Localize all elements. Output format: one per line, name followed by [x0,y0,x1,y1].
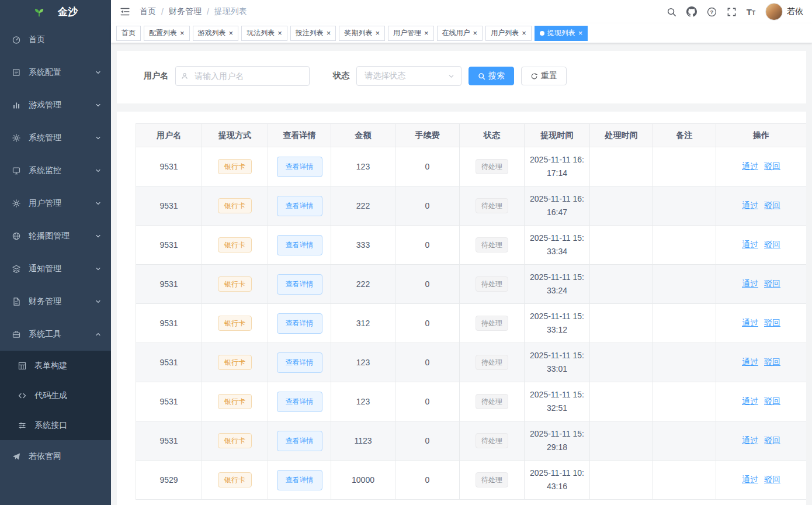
view-detail-button[interactable]: 查看详情 [277,313,322,334]
close-icon[interactable]: × [180,29,185,37]
view-detail-button[interactable]: 查看详情 [277,431,322,451]
approve-link[interactable]: 通过 [742,357,758,366]
view-detail-button[interactable]: 查看详情 [277,157,322,177]
method-tag: 银行卡 [218,276,252,292]
close-icon[interactable]: × [473,29,478,37]
cell-withdraw-time: 2025-11-11 15:33:34 [525,226,590,265]
form-builder-icon [18,361,27,371]
sidebar-item-notice-management[interactable]: 通知管理 [0,252,111,285]
font-size-icon[interactable]: TT [747,7,755,17]
tab-home[interactable]: 首页 [116,26,141,41]
approve-link[interactable]: 通过 [742,200,758,210]
sidebar-item-home[interactable]: 首页 [0,23,111,56]
cell-method: 银行卡 [202,421,268,461]
approve-link[interactable]: 通过 [742,318,758,327]
cell-fee: 0 [395,147,460,186]
reject-link[interactable]: 驳回 [764,357,780,366]
cell-amount: 312 [331,304,395,343]
user-menu[interactable]: 若依 [765,3,803,20]
tab-online-users[interactable]: 在线用户× [437,26,483,41]
reject-link[interactable]: 驳回 [764,161,780,171]
view-detail-button[interactable]: 查看详情 [277,235,322,255]
tab-label: 首页 [122,28,136,38]
tab-user-management[interactable]: 用户管理× [388,26,434,41]
sidebar-subitem-form-builder[interactable]: 表单构建 [0,351,111,381]
status-select[interactable]: 请选择状态 [356,66,461,86]
github-icon[interactable] [686,6,697,17]
approve-link[interactable]: 通过 [742,396,758,406]
withdraw-table-card: 用户名 提现方式 查看详情 金额 手续费 状态 提现时间 处理时间 备注 操作 [117,112,806,505]
status-tag: 待处理 [476,433,508,448]
tab-play-list[interactable]: 玩法列表× [241,26,287,41]
reject-link[interactable]: 驳回 [764,279,780,288]
tab-withdraw-list[interactable]: 提现列表× [535,26,588,41]
status-tag: 待处理 [476,394,508,409]
sidebar-item-system-management[interactable]: 系统管理 [0,122,111,154]
reset-button[interactable]: 重置 [521,67,567,85]
close-icon[interactable]: × [277,29,282,37]
close-icon[interactable]: × [327,29,331,37]
tab-prize-period-list[interactable]: 奖期列表× [339,26,385,41]
carousel-globe-icon [12,231,21,241]
sidebar-item-label: 通知管理 [29,264,95,274]
cell-remark [653,343,716,382]
search-icon[interactable] [667,7,676,17]
fullscreen-icon[interactable] [727,7,737,17]
reject-link[interactable]: 驳回 [764,475,780,484]
tab-user-list[interactable]: 用户列表× [485,26,532,41]
close-icon[interactable]: × [229,29,234,37]
breadcrumb-item[interactable]: 首页 [140,6,156,17]
tab-config-list[interactable]: 配置列表× [144,26,190,41]
close-icon[interactable]: × [424,29,429,37]
reject-link[interactable]: 驳回 [764,240,780,249]
close-icon[interactable]: × [522,29,526,37]
close-icon[interactable]: × [375,29,380,37]
sidebar-item-game-management[interactable]: 游戏管理 [0,89,111,122]
logo[interactable]: 金沙 [0,0,111,23]
sidebar-toggle-icon[interactable] [120,6,130,17]
username-input[interactable] [175,66,310,86]
approve-link[interactable]: 通过 [742,279,758,288]
view-detail-button[interactable]: 查看详情 [277,274,322,295]
cell-amount: 1123 [331,421,395,461]
search-button[interactable]: 搜索 [469,67,514,85]
sidebar-item-system-monitor[interactable]: 系统监控 [0,154,111,187]
sidebar-menu: 首页 系统配置 游戏管理 系统管理 系统监控 [0,23,111,505]
sidebar-item-system-tools[interactable]: 系统工具 [0,318,111,351]
reject-link[interactable]: 驳回 [764,435,780,445]
help-icon[interactable]: ? [707,7,717,17]
cell-method: 银行卡 [202,147,268,186]
cell-username: 9531 [136,147,202,186]
sidebar-item-ruoyi-site[interactable]: 若依官网 [0,440,111,473]
view-detail-button[interactable]: 查看详情 [277,352,322,373]
approve-link[interactable]: 通过 [742,161,758,171]
tab-game-list[interactable]: 游戏列表× [193,26,239,41]
cell-method: 银行卡 [202,461,268,500]
breadcrumb-item[interactable]: 财务管理 [169,6,202,17]
view-detail-button[interactable]: 查看详情 [277,392,322,412]
view-detail-button[interactable]: 查看详情 [277,470,322,490]
chevron-down-icon [95,298,102,305]
sidebar-subitem-system-api[interactable]: 系统接口 [0,410,111,440]
sidebar-item-system-config[interactable]: 系统配置 [0,56,111,89]
approve-link[interactable]: 通过 [742,475,758,484]
game-icon [12,101,21,110]
approve-link[interactable]: 通过 [742,435,758,445]
status-tag: 待处理 [476,159,508,174]
cell-status: 待处理 [460,461,525,500]
tab-bet-list[interactable]: 投注列表× [290,26,336,41]
cell-actions: 通过驳回 [716,421,807,461]
view-detail-button[interactable]: 查看详情 [277,196,322,216]
close-icon[interactable]: × [578,29,583,37]
cell-amount: 10000 [331,461,395,500]
sidebar-item-user-management[interactable]: 用户管理 [0,187,111,220]
reject-link[interactable]: 驳回 [764,396,780,406]
sidebar-item-carousel-management[interactable]: 轮播图管理 [0,220,111,252]
tab-label: 投注列表 [296,28,324,38]
avatar[interactable] [765,3,783,20]
sidebar-subitem-code-generator[interactable]: 代码生成 [0,381,111,410]
approve-link[interactable]: 通过 [742,240,758,249]
reject-link[interactable]: 驳回 [764,200,780,210]
reject-link[interactable]: 驳回 [764,318,780,327]
sidebar-item-finance-management[interactable]: 财务管理 [0,285,111,318]
